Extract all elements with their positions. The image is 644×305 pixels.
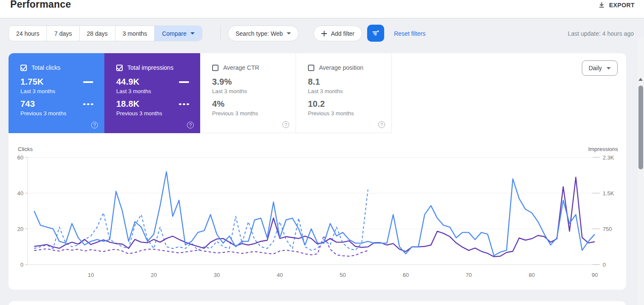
metric-caption-current: Last 3 months — [20, 88, 104, 94]
metric-caption-previous: Previous 3 months — [308, 110, 391, 117]
export-button[interactable]: EXPORT — [598, 1, 635, 9]
reset-filters-link[interactable]: Reset filters — [394, 30, 426, 37]
svg-text:60: 60 — [17, 154, 23, 161]
metric-value-previous: 18.8K — [116, 99, 139, 109]
page-header: Performance EXPORT — [0, 0, 644, 18]
range-compare[interactable]: Compare — [155, 26, 202, 41]
metric-card-average-ctr[interactable]: Average CTR 3.9% Last 3 months 4% Previo… — [200, 53, 296, 133]
checkbox[interactable] — [308, 65, 314, 71]
granularity-dropdown[interactable]: Daily — [582, 60, 618, 76]
filter-sparkle-button[interactable] — [367, 25, 384, 42]
vertical-scrollbar[interactable] — [637, 37, 644, 305]
svg-text:10: 10 — [88, 272, 94, 278]
performance-line-chart[interactable]: 602.3K401.5K2075000102030405060708090 — [9, 149, 626, 285]
metric-caption-current: Last 3 months — [308, 88, 391, 94]
last-update-text: Last update: 4 hours ago — [568, 30, 634, 37]
series-impressions-solid — [34, 177, 595, 257]
scroll-up-arrow-icon[interactable] — [638, 78, 643, 81]
export-label: EXPORT — [609, 2, 635, 9]
range-7-days[interactable]: 7 days — [47, 26, 79, 41]
svg-text:90: 90 — [592, 272, 598, 278]
download-icon — [598, 1, 605, 9]
metric-value-current: 44.9K — [116, 77, 139, 87]
svg-text:1.5K: 1.5K — [603, 190, 614, 197]
checkbox[interactable] — [212, 65, 218, 71]
range-24-hours[interactable]: 24 hours — [9, 26, 47, 41]
question-circle-icon[interactable] — [91, 122, 98, 128]
series-clicks-dashed — [34, 190, 368, 251]
performance-panel: Total clicks 1.75K Last 3 months 743 Pre… — [9, 53, 626, 290]
svg-text:30: 30 — [214, 272, 220, 278]
metric-label: Average position — [319, 64, 363, 71]
next-panel-top-edge — [9, 301, 626, 305]
metric-value-previous: 4% — [212, 99, 224, 109]
series-impressions-dashed — [34, 236, 368, 256]
search-console-performance-page: Performance EXPORT 24 hours 7 days 28 da… — [0, 0, 644, 305]
metric-caption-current: Last 3 months — [212, 88, 296, 94]
metric-cards-row: Total clicks 1.75K Last 3 months 743 Pre… — [9, 53, 392, 133]
solid-line-icon — [83, 81, 93, 83]
svg-text:80: 80 — [529, 272, 535, 278]
metric-value-current: 3.9% — [212, 77, 232, 87]
svg-text:0: 0 — [20, 262, 23, 268]
series-clicks-solid — [34, 172, 595, 256]
metric-value-previous: 10.2 — [308, 99, 325, 109]
metric-card-total-clicks[interactable]: Total clicks 1.75K Last 3 months 743 Pre… — [9, 53, 104, 133]
checkbox[interactable] — [116, 65, 123, 71]
svg-text:60: 60 — [402, 272, 408, 278]
scrollbar-thumb[interactable] — [638, 86, 643, 169]
question-circle-icon[interactable] — [378, 121, 385, 128]
metric-caption-previous: Previous 3 months — [20, 110, 104, 117]
filter-sparkle-icon — [371, 28, 381, 38]
svg-text:20: 20 — [17, 226, 23, 232]
metric-value-current: 8.1 — [308, 77, 320, 87]
metric-label: Total clicks — [32, 64, 60, 71]
page-title: Performance — [10, 0, 71, 10]
metric-card-average-position[interactable]: Average position 8.1 Last 3 months 10.2 … — [296, 53, 392, 133]
svg-text:40: 40 — [277, 272, 283, 278]
svg-text:0: 0 — [603, 262, 606, 268]
svg-text:20: 20 — [151, 272, 157, 278]
metric-caption-previous: Previous 3 months — [212, 110, 296, 117]
question-circle-icon[interactable] — [187, 122, 194, 128]
svg-text:70: 70 — [466, 272, 472, 278]
metric-value-previous: 743 — [20, 99, 35, 109]
search-type-dropdown[interactable]: Search type: Web — [228, 26, 299, 41]
filter-divider — [220, 26, 221, 40]
metric-value-current: 1.75K — [20, 77, 43, 87]
metric-caption-current: Last 3 months — [116, 88, 200, 94]
svg-text:50: 50 — [340, 272, 346, 278]
dashed-line-icon — [83, 103, 93, 105]
svg-text:40: 40 — [17, 190, 23, 197]
solid-line-icon — [179, 81, 189, 83]
metric-label: Total impressions — [127, 64, 173, 71]
metric-caption-previous: Previous 3 months — [116, 110, 200, 117]
question-circle-icon[interactable] — [282, 121, 289, 128]
caret-down-icon — [607, 67, 611, 69]
checkbox[interactable] — [20, 65, 27, 71]
dashed-line-icon — [179, 103, 189, 105]
caret-down-icon — [287, 32, 291, 34]
caret-down-icon — [190, 32, 195, 34]
add-filter-button[interactable]: Add filter — [313, 26, 362, 41]
metric-label: Average CTR — [223, 64, 259, 71]
range-28-days[interactable]: 28 days — [80, 26, 115, 41]
svg-text:750: 750 — [603, 226, 612, 232]
date-range-segmented-control: 24 hours 7 days 28 days 3 months Compare — [9, 26, 202, 41]
metric-card-total-impressions[interactable]: Total impressions 44.9K Last 3 months 18… — [104, 53, 200, 133]
range-3-months[interactable]: 3 months — [115, 26, 155, 41]
plus-icon — [321, 31, 327, 37]
svg-text:2.3K: 2.3K — [603, 154, 614, 161]
